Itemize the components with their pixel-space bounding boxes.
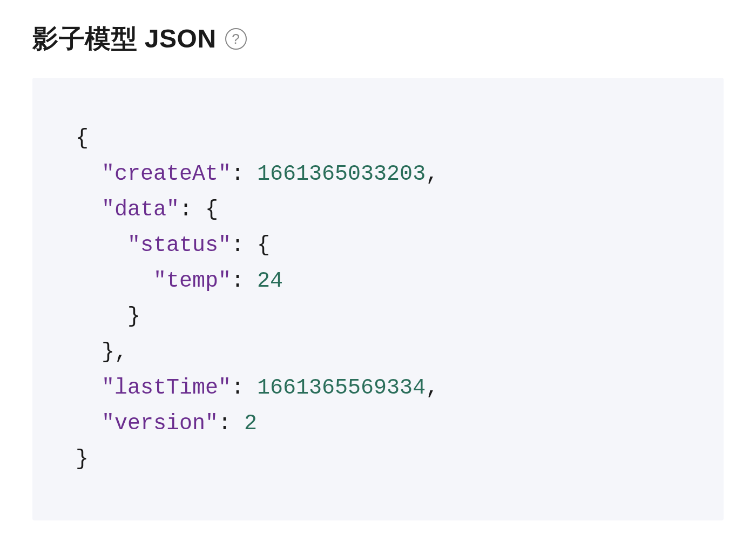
brace-close: } — [127, 304, 140, 329]
page-title: 影子模型 JSON — [32, 22, 217, 56]
help-icon[interactable]: ? — [225, 28, 247, 50]
json-value-createAt: 1661365033203 — [257, 162, 426, 186]
json-code-block: { "createAt": 1661365033203, "data": { "… — [32, 78, 724, 520]
json-key-createAt: "createAt" — [102, 162, 231, 186]
json-key-data: "data" — [102, 198, 179, 222]
brace-close-final: } — [76, 447, 89, 471]
brace-open: { — [76, 126, 89, 151]
json-key-version: "version" — [102, 411, 218, 436]
json-key-status: "status" — [127, 233, 231, 258]
json-value-temp: 24 — [257, 269, 283, 293]
json-value-version: 2 — [244, 411, 257, 436]
json-key-temp: "temp" — [153, 269, 231, 293]
brace-close-comma: }, — [102, 340, 127, 364]
json-value-lastTime: 1661365569334 — [257, 376, 426, 400]
header: 影子模型 JSON ? — [32, 22, 724, 56]
json-key-lastTime: "lastTime" — [102, 376, 231, 400]
main-container: 影子模型 JSON ? { "createAt": 1661365033203,… — [0, 0, 756, 542]
